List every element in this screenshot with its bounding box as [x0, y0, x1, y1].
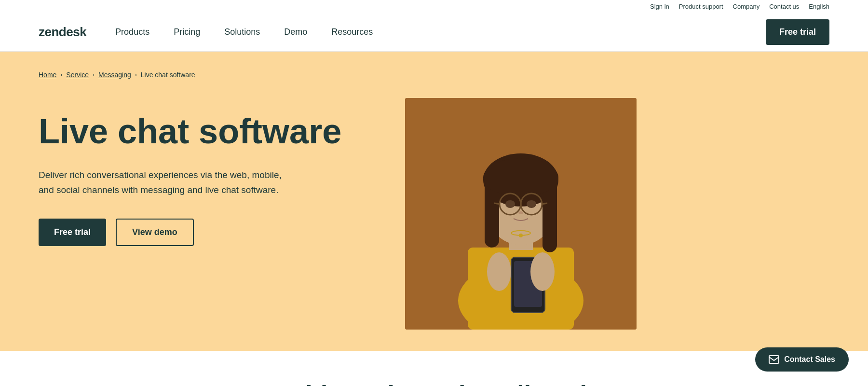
hero-view-demo-button[interactable]: View demo	[116, 219, 194, 246]
nav-demo[interactable]: Demo	[284, 27, 307, 37]
sign-in-link[interactable]: Sign in	[650, 3, 669, 10]
breadcrumb-current: Live chat software	[141, 71, 195, 79]
bottom-title: A guide to the 15 best live chat	[39, 380, 829, 386]
hero-section: Home › Service › Messaging › Live chat s…	[0, 52, 868, 351]
bottom-section: A guide to the 15 best live chat	[0, 351, 868, 386]
svg-rect-23	[769, 356, 779, 363]
main-nav: zendesk Products Pricing Solutions Demo …	[0, 13, 868, 52]
contact-us-link[interactable]: Contact us	[769, 3, 799, 10]
svg-point-8	[483, 158, 558, 197]
nav-products[interactable]: Products	[115, 27, 149, 37]
nav-free-trial-button[interactable]: Free trial	[766, 19, 829, 45]
utility-bar: Sign in Product support Company Contact …	[0, 0, 868, 13]
mail-icon	[769, 355, 779, 364]
breadcrumb-service[interactable]: Service	[66, 71, 89, 79]
company-link[interactable]: Company	[733, 3, 760, 10]
hero-content: Live chat software Deliver rich conversa…	[39, 103, 829, 330]
hero-image-container	[405, 98, 637, 330]
svg-point-15	[527, 200, 536, 208]
nav-solutions[interactable]: Solutions	[224, 27, 260, 37]
nav-resources[interactable]: Resources	[331, 27, 373, 37]
svg-point-16	[518, 211, 523, 214]
breadcrumb-sep-3: ›	[135, 71, 137, 78]
nav-pricing[interactable]: Pricing	[174, 27, 200, 37]
product-support-link[interactable]: Product support	[679, 3, 723, 10]
logo[interactable]: zendesk	[39, 25, 86, 40]
hero-text: Live chat software Deliver rich conversa…	[39, 103, 376, 246]
breadcrumb: Home › Service › Messaging › Live chat s…	[39, 71, 829, 79]
svg-line-12	[494, 203, 500, 204]
svg-point-20	[530, 252, 555, 291]
breadcrumb-sep-1: ›	[60, 71, 62, 78]
hero-image	[405, 98, 637, 330]
breadcrumb-sep-2: ›	[93, 71, 95, 78]
nav-items: Products Pricing Solutions Demo Resource…	[115, 27, 766, 37]
hero-title: Live chat software	[39, 112, 376, 151]
svg-line-13	[542, 203, 547, 204]
breadcrumb-messaging[interactable]: Messaging	[98, 71, 131, 79]
contact-sales-button[interactable]: Contact Sales	[755, 347, 849, 372]
language-selector[interactable]: English	[809, 3, 829, 10]
svg-point-22	[519, 234, 523, 237]
svg-point-14	[505, 200, 515, 208]
hero-buttons: Free trial View demo	[39, 219, 376, 246]
breadcrumb-home[interactable]: Home	[39, 71, 56, 79]
contact-sales-label: Contact Sales	[784, 355, 835, 364]
hero-subtitle: Deliver rich conversational experiences …	[39, 168, 289, 197]
svg-point-19	[487, 252, 511, 291]
hero-free-trial-button[interactable]: Free trial	[39, 219, 106, 246]
